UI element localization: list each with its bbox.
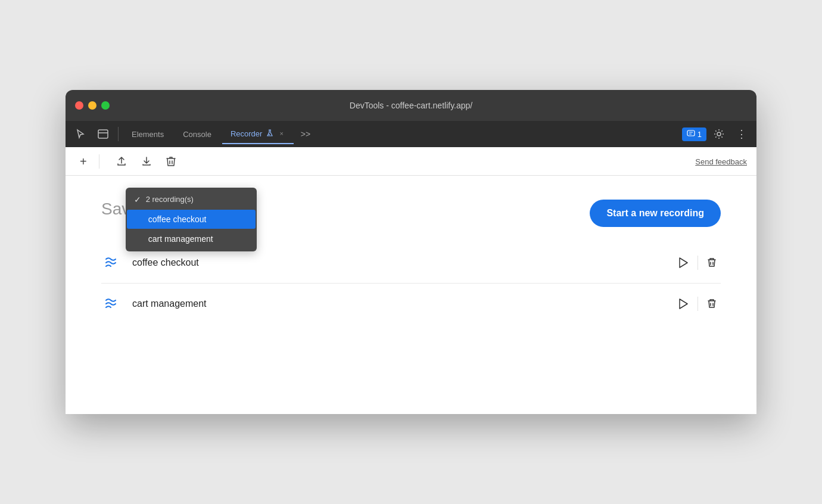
title-bar: DevTools - coffee-cart.netlify.app/ <box>66 90 756 121</box>
download-icon <box>141 156 152 167</box>
tab-recorder[interactable]: Recorder × <box>222 125 294 144</box>
svg-point-6 <box>717 132 721 136</box>
settings-btn[interactable] <box>709 125 729 143</box>
feedback-count: 1 <box>698 130 702 139</box>
tab-elements[interactable]: Elements <box>123 125 172 144</box>
delete-btn-2[interactable] <box>703 295 721 312</box>
recording-list: coffee checkout <box>101 242 721 324</box>
recording-name-2: cart management <box>132 298 662 309</box>
dropdown-item-cart-management[interactable]: cart management <box>127 229 256 248</box>
comment-icon <box>687 130 695 138</box>
recording-dropdown-menu: ✓ 2 recording(s) coffee checkout cart ma… <box>126 188 257 251</box>
traffic-lights <box>75 101 110 110</box>
tab-bar-left: Elements Console Recorder × >> <box>70 125 315 144</box>
play-btn-1[interactable] <box>674 254 693 272</box>
dropdown-header-label: 2 recording(s) <box>146 195 194 204</box>
action-divider-2 <box>698 297 698 311</box>
dock-icon <box>98 129 108 139</box>
recording-actions-2 <box>674 295 721 313</box>
toolbar: + ✓ 2 recording(s) coffee checkout cart … <box>66 147 756 176</box>
svg-point-2 <box>269 134 270 135</box>
recorder-flask-icon <box>266 129 274 138</box>
recording-actions-1 <box>674 254 721 272</box>
window-title: DevTools - coffee-cart.netlify.app/ <box>350 101 472 110</box>
play-btn-2[interactable] <box>674 295 693 313</box>
play-icon-1 <box>678 257 688 268</box>
close-button[interactable] <box>75 101 83 110</box>
export-btn[interactable] <box>111 153 132 170</box>
play-icon-2 <box>678 298 688 309</box>
delete-icon-1 <box>708 258 716 267</box>
feedback-badge[interactable]: 1 <box>682 127 706 141</box>
cursor-icon-btn[interactable] <box>70 125 91 143</box>
delete-icon-2 <box>708 299 716 309</box>
dropdown-header: ✓ 2 recording(s) <box>126 190 257 209</box>
export-icon <box>116 156 127 167</box>
action-divider-1 <box>698 256 698 270</box>
tab-console[interactable]: Console <box>175 125 220 144</box>
more-dots-icon: ⋮ <box>736 127 747 141</box>
cursor-icon <box>75 129 86 139</box>
recording-icon-2 <box>101 294 120 313</box>
toolbar-right: Send feedback <box>695 156 747 167</box>
recording-name-1: coffee checkout <box>132 257 662 268</box>
tab-close-btn[interactable]: × <box>278 129 285 138</box>
tab-bar: Elements Console Recorder × >> <box>66 121 756 147</box>
devtools-window: DevTools - coffee-cart.netlify.app/ Elem… <box>66 90 756 414</box>
more-options-btn[interactable]: ⋮ <box>731 124 752 144</box>
toolbar-divider-1 <box>99 154 99 169</box>
maximize-button[interactable] <box>101 101 110 110</box>
delete-btn[interactable] <box>161 153 180 170</box>
download-btn[interactable] <box>136 153 157 170</box>
send-feedback-link[interactable]: Send feedback <box>695 157 747 166</box>
recording-item: cart management <box>101 284 721 324</box>
dropdown-item-coffee-checkout[interactable]: coffee checkout <box>127 210 256 229</box>
start-recording-btn[interactable]: Start a new recording <box>590 200 721 227</box>
tab-bar-right: 1 ⋮ <box>682 124 752 144</box>
add-recording-btn[interactable]: + <box>75 153 92 170</box>
tab-bar-divider <box>118 127 119 141</box>
minimize-button[interactable] <box>88 101 96 110</box>
more-tabs-btn[interactable]: >> <box>296 126 315 142</box>
delete-btn-1[interactable] <box>703 254 721 271</box>
dock-icon-btn[interactable] <box>93 126 113 142</box>
recording-icon-1 <box>101 253 120 272</box>
svg-rect-0 <box>98 130 108 138</box>
settings-gear-icon <box>714 129 724 139</box>
check-icon: ✓ <box>134 195 141 204</box>
delete-trash-icon <box>166 156 176 167</box>
svg-rect-3 <box>687 130 695 136</box>
